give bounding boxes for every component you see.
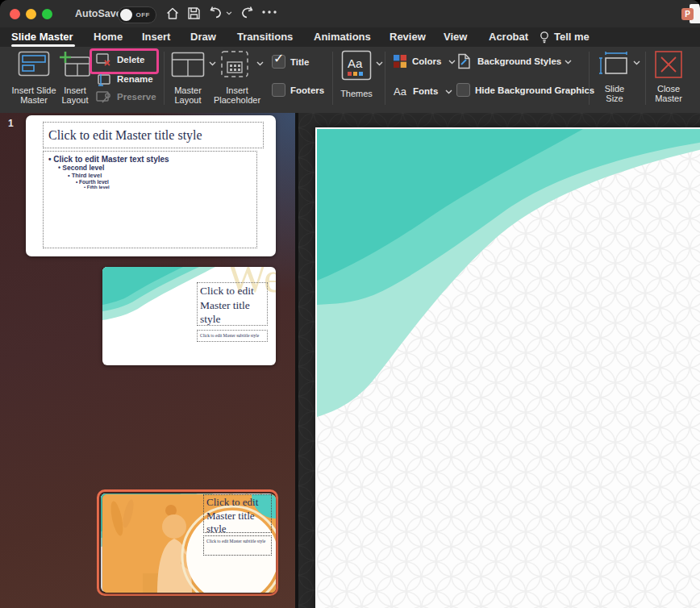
title-checkbox-label: Title [290, 57, 309, 67]
preserve-button-disabled: Preserve [117, 92, 156, 102]
tab-slide-master[interactable]: Slide Master [11, 31, 73, 43]
background-styles-button[interactable]: Background Styles [477, 56, 561, 66]
master-layout-chevron-icon[interactable] [209, 61, 216, 66]
minimize-window-button[interactable] [26, 9, 36, 19]
layout-thumbnail-1[interactable]: We Click to edit Master title style Clic… [102, 267, 276, 365]
powerpoint-window: AutoSave OFF P Slide Master Home [0, 0, 700, 608]
slide-theme-graphics [317, 129, 700, 608]
fonts-chevron-icon[interactable] [445, 90, 452, 94]
master-text-level-4: • Fourth level [76, 179, 256, 185]
slide-thumbnail-panel: 1 Click to edit Master title style • Cli… [0, 113, 295, 608]
slide-canvas [298, 113, 700, 608]
tab-transitions[interactable]: Transitions [237, 31, 293, 43]
lightbulb-icon [539, 31, 550, 44]
insert-slide-master-button[interactable]: Insert Slide Master [10, 85, 58, 105]
group-divider [332, 52, 333, 105]
master-layout-button[interactable]: Master Layout [166, 85, 210, 105]
slide-number: 1 [8, 118, 14, 129]
tab-animations[interactable]: Animations [314, 31, 371, 43]
master-slide-thumbnail[interactable]: Click to edit Master title style • Click… [26, 115, 276, 256]
check-icon: ✓ [273, 51, 284, 66]
home-icon[interactable] [165, 6, 181, 22]
group-divider [164, 52, 165, 105]
tab-draw[interactable]: Draw [190, 31, 216, 43]
rename-icon[interactable] [96, 73, 112, 90]
tab-insert[interactable]: Insert [142, 31, 170, 43]
tab-review[interactable]: Review [390, 31, 426, 43]
fonts-button[interactable]: Fonts [413, 86, 438, 96]
slide-size-button[interactable]: Slide Size [597, 84, 632, 103]
save-icon[interactable] [186, 6, 202, 21]
themes-icon[interactable]: Aa [341, 50, 372, 84]
hide-background-graphics-label: Hide Background Graphics [475, 85, 594, 95]
colors-icon[interactable] [394, 55, 406, 71]
colors-chevron-icon[interactable] [448, 60, 456, 65]
autosave-toggle[interactable]: OFF [118, 6, 156, 23]
layout-subtitle-placeholder: Click to edit Master subtitle style [203, 535, 272, 556]
fonts-aa-icon: Aa [394, 85, 406, 98]
hide-background-graphics-checkbox[interactable] [456, 83, 470, 97]
master-text-level-5: • Fifth level [84, 185, 256, 189]
close-master-icon[interactable] [654, 50, 683, 82]
master-title-placeholder: Click to edit Master title style [43, 122, 264, 148]
insert-slide-master-icon[interactable] [18, 51, 50, 80]
colors-button[interactable]: Colors [412, 56, 441, 66]
layout-title-placeholder: Click to edit Master title style [203, 494, 272, 533]
tab-acrobat[interactable]: Acrobat [489, 31, 528, 43]
master-text-level-2: • Second level [58, 164, 256, 172]
master-layout-icon[interactable] [171, 52, 205, 81]
svg-text:Aa: Aa [348, 56, 363, 70]
content-area: 1 Click to edit Master title style • Cli… [0, 113, 700, 608]
autosave-state: OFF [136, 11, 151, 19]
annotation-highlight [90, 48, 159, 74]
insert-placeholder-chevron-icon[interactable] [256, 61, 264, 66]
autosave-label: AutoSave [75, 8, 122, 19]
background-styles-chevron-icon[interactable] [565, 60, 572, 65]
title-checkbox[interactable]: ✓ [272, 55, 285, 69]
slide-size-chevron-icon[interactable] [633, 60, 640, 65]
close-window-button[interactable] [10, 9, 20, 19]
tab-home[interactable]: Home [94, 31, 123, 43]
insert-placeholder-icon[interactable] [220, 50, 252, 82]
undo-dropdown-chevron-icon[interactable] [226, 11, 232, 15]
ribbon-tab-row: Slide Master Home Insert Draw Transition… [0, 27, 700, 47]
master-text-level-3: • Third level [68, 172, 256, 179]
titlebar: AutoSave OFF P [0, 0, 700, 27]
rename-button[interactable]: Rename [117, 74, 153, 84]
document-app-icon: P [681, 4, 700, 23]
toggle-knob [120, 9, 132, 21]
slide-editing-surface[interactable] [315, 127, 700, 608]
group-divider [645, 52, 646, 105]
tab-view[interactable]: View [444, 31, 467, 43]
insert-placeholder-button[interactable]: Insert Placeholder [211, 85, 263, 105]
footers-checkbox[interactable] [272, 83, 285, 97]
master-text-level-1: • Click to edit Master text styles [48, 155, 256, 164]
layout-title-placeholder: Click to edit Master title style [197, 282, 268, 326]
layout-subtitle-placeholder: Click to edit Master subtitle style [197, 330, 268, 342]
zoom-window-button[interactable] [42, 9, 52, 19]
themes-button[interactable]: Themes [337, 89, 376, 98]
insert-layout-button[interactable]: Insert Layout [56, 85, 94, 105]
layout-thumbnail-3-photo[interactable]: Click to edit Master title style Click t… [102, 494, 276, 593]
insert-layout-icon[interactable] [58, 51, 92, 81]
preserve-icon[interactable] [96, 90, 112, 107]
slide-size-icon[interactable] [598, 51, 629, 79]
group-divider [589, 52, 590, 105]
group-divider [385, 52, 385, 105]
more-toolbar-icon[interactable] [261, 10, 277, 15]
ribbon: Insert Slide Master Insert Layout Delete… [0, 47, 700, 114]
footers-checkbox-label: Footers [290, 85, 324, 95]
close-master-button[interactable]: Close Master [650, 84, 687, 103]
master-body-placeholder: • Click to edit Master text styles • Sec… [43, 151, 257, 248]
background-styles-icon[interactable] [456, 53, 472, 73]
tab-tell-me[interactable]: Tell me [554, 31, 590, 43]
undo-icon[interactable] [207, 6, 225, 22]
themes-chevron-icon[interactable] [376, 61, 383, 66]
redo-icon[interactable] [238, 6, 256, 22]
